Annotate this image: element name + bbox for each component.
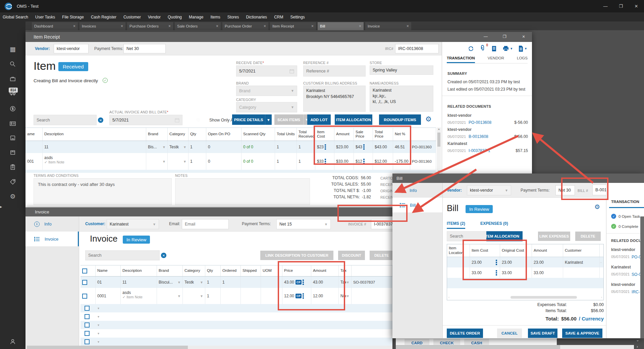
settings-gear-icon[interactable]: ⚙: [9, 193, 16, 200]
panel-vertical-scrollbar[interactable]: [640, 216, 644, 338]
tab-item-receipt[interactable]: Item Receipt×: [270, 22, 316, 30]
items-search-input[interactable]: [34, 115, 97, 125]
drag-handle-icon[interactable]: [303, 293, 304, 299]
tab-dashboard[interactable]: Dashboard×: [32, 22, 78, 30]
menu-item-manage[interactable]: Manage: [189, 15, 203, 19]
close-icon[interactable]: ×: [407, 24, 409, 29]
menu-item-settings[interactable]: Settings: [290, 15, 305, 19]
email-input[interactable]: [182, 219, 229, 229]
invoice-search-input[interactable]: [85, 250, 160, 260]
delete-button[interactable]: DELETE: [370, 251, 392, 260]
close-icon[interactable]: ×: [359, 24, 361, 29]
menu-item-items[interactable]: Items: [210, 15, 220, 19]
delete-button[interactable]: DELETE: [575, 232, 601, 241]
irc-input[interactable]: [395, 44, 439, 53]
drag-handle-icon[interactable]: [325, 144, 326, 150]
tab-sale-orders[interactable]: Sale Orders×: [175, 22, 221, 30]
tab-items[interactable]: ITEMS (2): [447, 221, 465, 229]
chevron-down-icon[interactable]: ▼: [200, 281, 203, 284]
document-link[interactable]: IRC-: [632, 290, 640, 294]
table-row[interactable]: 0001 asds✓ Item Note ▼ ▼ 1 12.00CP 12.00…: [80, 288, 392, 304]
menu-item-user-tasks[interactable]: User Tasks: [35, 15, 55, 19]
menu-item-dictionaries[interactable]: Dictionaries: [246, 15, 267, 19]
sync-icon[interactable]: [468, 45, 474, 52]
menu-item-crm[interactable]: CRM: [274, 15, 283, 19]
document-link[interactable]: PO-0013608: [469, 120, 491, 125]
close-icon[interactable]: ×: [73, 24, 75, 29]
invoice-number-input[interactable]: [371, 219, 392, 229]
table-row[interactable]: 23.00 23.00 23.00 Karinatest ︿: [447, 257, 603, 267]
nav-item-bill[interactable]: Bill: [392, 198, 442, 212]
bill-search-input[interactable]: [447, 231, 486, 241]
contact-card-icon[interactable]: [9, 120, 16, 127]
export-document-button[interactable]: ▼: [518, 45, 527, 52]
roundup-items-button[interactable]: ROUNDUP ITEMS: [379, 114, 421, 125]
close-icon[interactable]: ×: [522, 34, 525, 39]
tab-bill[interactable]: Bill×: [318, 22, 364, 30]
print-button[interactable]: ▼: [502, 46, 513, 52]
store-icon[interactable]: [9, 135, 16, 141]
empty-table-row[interactable]: ▾: [80, 321, 392, 329]
empty-table-row[interactable]: ▾: [80, 329, 392, 338]
package-icon[interactable]: [9, 149, 16, 156]
clear-search-icon[interactable]: ✕: [161, 253, 166, 258]
row-checkbox[interactable]: [85, 314, 90, 319]
table-row[interactable]: 01 11 Biscui...▼ Testk▼ 1 1 43.00CP 43.0…: [80, 277, 392, 288]
close-icon[interactable]: ×: [168, 24, 171, 29]
delete-order-button[interactable]: DELETE ORDER: [447, 329, 483, 338]
tab-transaction[interactable]: TRANSACTION: [447, 56, 475, 63]
empty-table-row[interactable]: ▾: [80, 338, 392, 346]
row-checkbox[interactable]: [85, 322, 90, 328]
empty-table-row[interactable]: ▾: [80, 304, 392, 312]
table-row[interactable]: 11 Bis...▼ Testk▼ 1 0 0 of 0 1 1 $23 $23…: [25, 141, 436, 153]
drag-handle-icon[interactable]: [303, 280, 304, 285]
clipboard-icon[interactable]: [9, 164, 16, 170]
horizontal-scrollbar[interactable]: [25, 346, 392, 349]
add-lot-button[interactable]: ADD LOT: [307, 114, 331, 125]
cancel-button[interactable]: CANCEL: [497, 329, 522, 338]
user-icon[interactable]: [9, 338, 16, 345]
po-link[interactable]: PO-001360: [410, 153, 436, 170]
customer-select[interactable]: Karinatest▼: [107, 219, 159, 229]
category-select[interactable]: Category▼: [236, 102, 297, 112]
close-icon[interactable]: ×: [216, 24, 218, 29]
bill-window-titlebar[interactable]: Bill: [392, 173, 644, 183]
currency-link[interactable]: / Currency: [579, 316, 604, 321]
invoice-window-titlebar[interactable]: Invoice: [25, 207, 392, 216]
menu-item-cash-register[interactable]: Cash Register: [91, 15, 116, 19]
item-receipt-window-titlebar[interactable]: Item Receipt — ❐ ×: [25, 32, 532, 42]
minimize-icon[interactable]: —: [484, 34, 488, 39]
row-checkbox[interactable]: [85, 339, 90, 344]
menu-item-customer[interactable]: Customer: [123, 15, 141, 19]
chevron-down-icon[interactable]: ▼: [346, 294, 350, 298]
table-settings-gear-icon[interactable]: ⚙: [425, 115, 432, 123]
drag-handle-icon[interactable]: [363, 144, 365, 150]
maximize-icon[interactable]: ❐: [503, 34, 506, 39]
chevron-down-icon[interactable]: ▼: [200, 294, 203, 298]
dashboard-icon[interactable]: ▦: [9, 46, 16, 53]
receipt-icon[interactable]: [491, 45, 497, 52]
horizontal-scrollbar[interactable]: [396, 345, 634, 349]
drag-handle-icon[interactable]: [496, 270, 497, 276]
menu-item-stores[interactable]: Stores: [227, 15, 239, 19]
receive-date-input[interactable]: 5/7/2021: [236, 65, 297, 77]
terms-textarea[interactable]: This is contract only - void after 30 da…: [34, 178, 172, 205]
chevron-down-icon[interactable]: ▾: [265, 114, 272, 125]
document-link[interactable]: SO-0: [632, 272, 641, 277]
tab-invoices[interactable]: Invoices×: [79, 22, 125, 30]
drag-handle-icon[interactable]: [363, 159, 365, 164]
chevron-down-icon[interactable]: ▼: [183, 160, 186, 163]
link-expenses-button[interactable]: LINK EXPENSES: [538, 232, 570, 241]
tab-invoice[interactable]: Invoice×: [365, 22, 411, 30]
tab-transaction[interactable]: TRANSACTION: [611, 200, 639, 204]
chevron-down-icon[interactable]: ▼: [162, 145, 166, 149]
link-description-button[interactable]: LINK DESCRIPTION TO CUSTOMER: [260, 251, 333, 260]
cp-badge[interactable]: CP: [296, 280, 302, 285]
menu-item-global-search[interactable]: Global Search: [3, 15, 28, 19]
price-details-button[interactable]: PRICE DETAILS ▾: [232, 114, 272, 125]
scroll-down-icon[interactable]: ⌄: [636, 338, 639, 342]
panel-expander-icon[interactable]: ▸: [0, 204, 2, 209]
document-link[interactable]: PO-0: [632, 255, 641, 259]
chevron-down-icon[interactable]: ▼: [177, 294, 181, 298]
tab-vendor[interactable]: VENDOR: [488, 56, 504, 63]
